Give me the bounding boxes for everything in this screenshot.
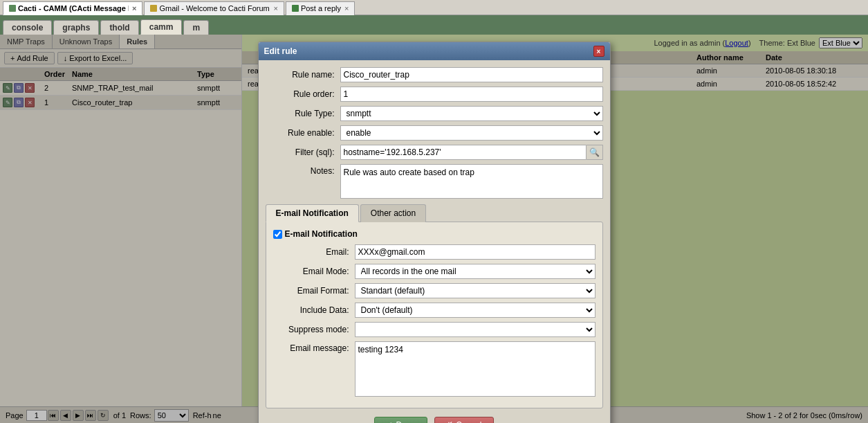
rule-order-input[interactable] <box>340 87 603 102</box>
form-row-rule-enable: Rule enable: enable disable <box>266 125 603 141</box>
form-row-rule-order: Rule order: <box>266 87 603 102</box>
cancel-button[interactable]: ✗ Cancel <box>434 417 493 423</box>
email-message-textarea[interactable]: testing 1234 <box>355 341 595 397</box>
browser-tab-bar: Cacti - CAMM (CActi Message Ma... × Gmai… <box>0 0 868 15</box>
nav-tab-thold[interactable]: thold <box>100 20 138 35</box>
form-row-suppress-mode: Suppress mode: Option1 Option2 <box>273 322 595 337</box>
form-row-email-mode: Email Mode: All records in the one mail … <box>273 264 595 279</box>
filter-input[interactable] <box>340 145 587 160</box>
form-row-include-data: Include Data: Don't (default) Yes <box>273 303 595 318</box>
browser-tab-3[interactable]: Post a reply × <box>286 1 355 15</box>
include-data-select[interactable]: Don't (default) Yes <box>355 303 595 318</box>
tab1-close[interactable]: × <box>132 4 136 12</box>
browser-tab-2[interactable]: Gmail - Welcome to Cacti Forums - asdf..… <box>144 1 284 15</box>
form-row-email: Email: <box>273 244 595 260</box>
rule-order-label: Rule order: <box>266 89 335 99</box>
form-row-rule-name: Rule name: <box>266 67 603 82</box>
email-mode-select[interactable]: All records in the one mail One record p… <box>355 264 595 279</box>
done-icon: ✓ <box>386 420 393 423</box>
modal-tabs-bar: E-mail Notification Other action <box>266 204 603 222</box>
top-nav: console graphs thold camm m <box>0 15 868 35</box>
rule-enable-select[interactable]: enable disable <box>340 125 603 141</box>
rule-name-label: Rule name: <box>266 70 335 80</box>
content-area: NMP Traps Unknown Traps Rules + Add Rule… <box>0 35 868 423</box>
rule-type-select[interactable]: snmptt syslog other <box>340 106 603 121</box>
filter-input-group: 🔍 <box>340 145 603 160</box>
notes-textarea[interactable]: Rule was auto create based on trap <box>340 164 603 199</box>
cancel-icon: ✗ <box>446 420 453 423</box>
tab3-close[interactable]: × <box>344 4 349 12</box>
email-message-label: Email message: <box>273 341 349 353</box>
tab-email-notification[interactable]: E-mail Notification <box>266 204 359 222</box>
include-data-label: Include Data: <box>273 305 349 315</box>
form-row-filter: Filter (sql): 🔍 <box>266 145 603 160</box>
modal-footer: ✓ Done ✗ Cancel <box>266 414 603 423</box>
email-notification-checkbox[interactable] <box>273 230 282 239</box>
email-input[interactable] <box>355 244 595 260</box>
suppress-mode-select[interactable]: Option1 Option2 <box>355 322 595 337</box>
modal-title: Edit rule <box>264 46 297 56</box>
tab2-label: Gmail - Welcome to Cacti Forums - asdf..… <box>159 4 270 12</box>
email-notification-checkbox-label: E-mail Notification <box>285 229 358 239</box>
nav-tab-camm[interactable]: camm <box>140 19 183 35</box>
email-notif-header: E-mail Notification <box>273 229 595 239</box>
nav-tab-console[interactable]: console <box>3 20 52 35</box>
rule-name-input[interactable] <box>340 67 603 82</box>
modal-close-button[interactable]: × <box>593 46 604 57</box>
modal: Edit rule × Rule name: Rule order: <box>258 42 611 423</box>
form-row-email-message: Email message: testing 1234 <box>273 341 595 397</box>
tab1-label: Cacti - CAMM (CActi Message Ma... <box>18 4 129 12</box>
rule-enable-label: Rule enable: <box>266 128 335 138</box>
form-row-rule-type: Rule Type: snmptt syslog other <box>266 106 603 121</box>
filter-label: Filter (sql): <box>266 147 335 157</box>
email-mode-label: Email Mode: <box>273 267 349 276</box>
nav-tab-graphs[interactable]: graphs <box>53 20 99 35</box>
rule-type-label: Rule Type: <box>266 109 335 118</box>
email-format-label: Email Format: <box>273 286 349 296</box>
email-label: Email: <box>273 247 349 257</box>
done-button[interactable]: ✓ Done <box>374 417 427 423</box>
app-area: console graphs thold camm m NMP Traps Un… <box>0 15 868 423</box>
email-format-select[interactable]: Standart (default) HTML Plain text <box>355 283 595 298</box>
browser-tab-1[interactable]: Cacti - CAMM (CActi Message Ma... × <box>3 1 142 15</box>
tab3-label: Post a reply <box>301 4 341 12</box>
notes-label: Notes: <box>266 164 335 176</box>
modal-title-bar: Edit rule × <box>259 42 610 60</box>
tab2-close[interactable]: × <box>273 4 277 12</box>
nav-tab-m[interactable]: m <box>183 20 209 35</box>
tab-content-email-notification: E-mail Notification Email: Email Mode: A… <box>266 222 603 408</box>
filter-search-button[interactable]: 🔍 <box>587 145 603 160</box>
tab-other-action[interactable]: Other action <box>360 204 426 222</box>
form-row-notes: Notes: Rule was auto create based on tra… <box>266 164 603 199</box>
suppress-mode-label: Suppress mode: <box>273 325 349 334</box>
modal-body: Rule name: Rule order: Rule Type: snmptt… <box>259 60 610 423</box>
form-row-email-format: Email Format: Standart (default) HTML Pl… <box>273 283 595 298</box>
modal-overlay: Edit rule × Rule name: Rule order: <box>0 35 868 423</box>
